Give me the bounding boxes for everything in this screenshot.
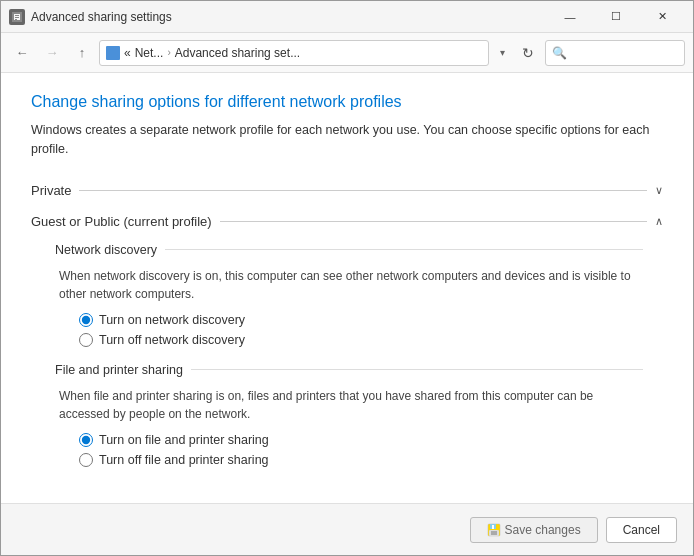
private-section: Private ∨ (31, 179, 663, 202)
private-chevron-icon: ∨ (655, 184, 663, 197)
file-sharing-off-option[interactable]: Turn off file and printer sharing (79, 453, 643, 467)
guest-public-chevron-icon: ∧ (655, 215, 663, 228)
file-sharing-on-label: Turn on file and printer sharing (99, 433, 269, 447)
svg-rect-3 (15, 17, 19, 18)
save-button-label: Save changes (505, 523, 581, 537)
close-button[interactable]: ✕ (639, 1, 685, 33)
file-printer-sharing-subsection: File and printer sharing When file and p… (55, 363, 643, 467)
svg-rect-9 (491, 531, 497, 535)
network-discovery-line (165, 249, 643, 250)
path-part-1: « (124, 46, 131, 60)
network-discovery-subsection: Network discovery When network discovery… (55, 243, 643, 347)
file-printer-sharing-desc: When file and printer sharing is on, fil… (59, 387, 643, 423)
window-title: Advanced sharing settings (31, 10, 547, 24)
minimize-button[interactable]: — (547, 1, 593, 33)
network-discovery-off-option[interactable]: Turn off network discovery (79, 333, 643, 347)
folder-icon (106, 46, 120, 60)
private-section-header[interactable]: Private ∨ (31, 179, 663, 202)
window-controls: — ☐ ✕ (547, 1, 685, 33)
network-discovery-desc: When network discovery is on, this compu… (59, 267, 643, 303)
network-discovery-title: Network discovery (55, 243, 157, 257)
address-path[interactable]: « Net... › Advanced sharing set... (99, 40, 489, 66)
title-bar: Advanced sharing settings — ☐ ✕ (1, 1, 693, 33)
footer: Save changes Cancel (1, 503, 693, 555)
file-printer-sharing-line (191, 369, 643, 370)
guest-public-section: Guest or Public (current profile) ∧ Netw… (31, 210, 663, 493)
forward-button[interactable]: → (39, 40, 65, 66)
content-area: Change sharing options for different net… (1, 73, 693, 503)
file-printer-sharing-header: File and printer sharing (55, 363, 643, 377)
up-button[interactable]: ↑ (69, 40, 95, 66)
page-description: Windows creates a separate network profi… (31, 121, 663, 159)
address-bar: ← → ↑ « Net... › Advanced sharing set...… (1, 33, 693, 73)
main-window: Advanced sharing settings — ☐ ✕ ← → ↑ « … (0, 0, 694, 556)
save-icon (487, 523, 501, 537)
guest-public-section-body: Network discovery When network discovery… (31, 233, 663, 493)
address-dropdown-button[interactable]: ▾ (493, 40, 511, 66)
svg-rect-2 (15, 15, 19, 16)
file-sharing-on-radio[interactable] (79, 433, 93, 447)
cancel-button[interactable]: Cancel (606, 517, 677, 543)
maximize-button[interactable]: ☐ (593, 1, 639, 33)
guest-public-section-title: Guest or Public (current profile) (31, 214, 212, 229)
network-discovery-off-radio[interactable] (79, 333, 93, 347)
back-button[interactable]: ← (9, 40, 35, 66)
file-sharing-on-option[interactable]: Turn on file and printer sharing (79, 433, 643, 447)
svg-rect-4 (15, 19, 17, 20)
file-sharing-off-label: Turn off file and printer sharing (99, 453, 269, 467)
path-part-2: Net... (135, 46, 164, 60)
network-discovery-on-label: Turn on network discovery (99, 313, 245, 327)
search-icon: 🔍 (552, 46, 567, 60)
file-printer-sharing-title: File and printer sharing (55, 363, 183, 377)
save-button[interactable]: Save changes (470, 517, 598, 543)
guest-public-section-header[interactable]: Guest or Public (current profile) ∧ (31, 210, 663, 233)
path-chevron-1: › (167, 47, 170, 58)
path-part-3: Advanced sharing set... (175, 46, 300, 60)
window-icon (9, 9, 25, 25)
guest-public-section-line (220, 221, 647, 222)
file-sharing-off-radio[interactable] (79, 453, 93, 467)
refresh-button[interactable]: ↻ (515, 40, 541, 66)
network-discovery-on-radio[interactable] (79, 313, 93, 327)
private-section-line (79, 190, 647, 191)
private-section-title: Private (31, 183, 71, 198)
search-box[interactable]: 🔍 (545, 40, 685, 66)
page-title: Change sharing options for different net… (31, 93, 663, 111)
svg-rect-7 (492, 525, 494, 529)
network-discovery-header: Network discovery (55, 243, 643, 257)
network-discovery-off-label: Turn off network discovery (99, 333, 245, 347)
network-discovery-on-option[interactable]: Turn on network discovery (79, 313, 643, 327)
